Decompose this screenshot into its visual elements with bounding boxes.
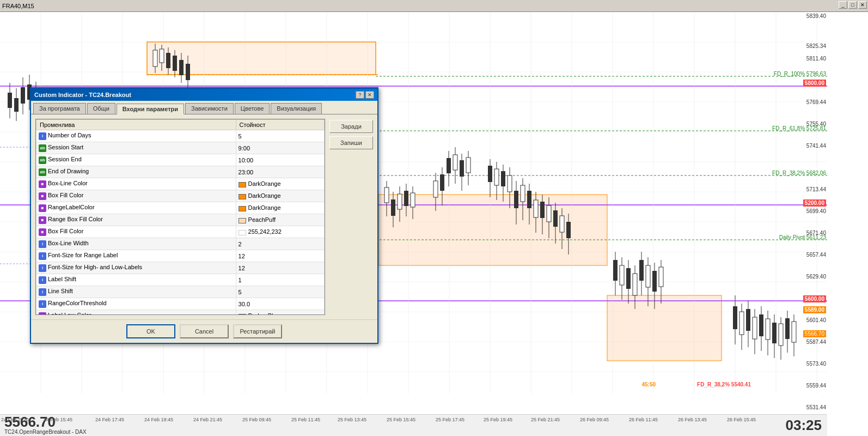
icon-num: i xyxy=(39,264,46,272)
table-row[interactable]: iFont-Size for High- and Low-Labels12 xyxy=(36,262,325,274)
price-5713: 5713.44 xyxy=(806,186,826,192)
svg-rect-90 xyxy=(488,166,492,182)
dialog: Custom Indicator - TC24.Breakout ? ✕ За … xyxy=(30,87,378,344)
params-table: Променлива Стойност iNumber of Days5abSe… xyxy=(36,119,325,315)
tab-visual[interactable]: Визуализация xyxy=(271,103,322,114)
param-value-cell: 255,242,232 xyxy=(236,226,324,238)
ok-button[interactable]: OK xyxy=(126,324,175,338)
svg-rect-62 xyxy=(173,56,177,71)
table-row[interactable]: ■Label Low ColorDodgerBlue xyxy=(36,310,325,316)
param-value: 12 xyxy=(236,262,324,274)
table-row[interactable]: abSession Start9:00 xyxy=(36,142,325,154)
param-name: Label Low Color xyxy=(48,312,91,315)
icon-ab: ab xyxy=(39,156,46,164)
cancel-button[interactable]: Cancel xyxy=(180,324,229,338)
svg-rect-100 xyxy=(521,185,525,202)
price-5573: 5573.40 xyxy=(806,361,826,367)
tab-depends[interactable]: Зависимости xyxy=(185,103,234,114)
svg-rect-120 xyxy=(626,268,631,289)
price-5589-label: 5589.00 xyxy=(803,306,826,313)
svg-rect-50 xyxy=(21,87,25,104)
icon-color: ■ xyxy=(39,192,46,200)
price-5600-label: 5600.00 xyxy=(803,295,826,302)
tab-about[interactable]: За програмата xyxy=(33,103,86,114)
tab-general[interactable]: Общи xyxy=(87,103,115,114)
param-value: 12 xyxy=(236,250,324,262)
price-5587: 5587.44 xyxy=(806,339,826,345)
svg-rect-84 xyxy=(453,155,457,170)
fd-r-label-bottom: FD_R_38,2% 5540.41 xyxy=(697,382,751,387)
params-table-container[interactable]: Променлива Стойност iNumber of Days5abSe… xyxy=(35,119,325,315)
svg-rect-108 xyxy=(547,205,551,222)
svg-rect-110 xyxy=(553,210,558,227)
svg-rect-106 xyxy=(540,202,545,218)
svg-rect-142 xyxy=(766,319,770,340)
table-row[interactable]: iLabel Shift1 xyxy=(36,274,325,286)
color-name: PeachPuff xyxy=(248,216,276,223)
tabs-bar: За програмата Общи Входни параметри Зави… xyxy=(31,101,377,114)
table-row[interactable]: ■RangeLabelColorDarkOrange xyxy=(36,202,325,214)
col-variable: Променлива xyxy=(36,120,236,130)
close-button[interactable]: ✕ xyxy=(858,1,867,9)
tab-colors[interactable]: Цветове xyxy=(235,103,270,114)
save-button[interactable]: Запиши xyxy=(329,136,373,149)
price-5629: 5629.40 xyxy=(806,274,826,280)
price-5671: 5671.40 xyxy=(806,230,826,236)
param-name: Box-Line Width xyxy=(48,240,89,246)
param-name: RangeLabelColor xyxy=(48,204,95,210)
icon-color: ■ xyxy=(39,216,46,224)
title-bar-controls: _ □ ✕ xyxy=(839,1,867,9)
svg-rect-122 xyxy=(633,274,637,295)
dialog-close-button[interactable]: ✕ xyxy=(365,91,374,99)
icon-color: ■ xyxy=(39,228,46,236)
table-row[interactable]: iBox-Line Width2 xyxy=(36,238,325,250)
svg-rect-128 xyxy=(652,271,657,292)
table-row[interactable]: iNumber of Days5 xyxy=(36,130,325,142)
table-row[interactable]: iRangeColorThreshold30.0 xyxy=(36,298,325,310)
param-value-cell: PeachPuff xyxy=(236,214,324,226)
param-value-cell: DodgerBlue xyxy=(236,310,324,316)
table-row[interactable]: abSession End10:00 xyxy=(36,154,325,166)
maximize-button[interactable]: □ xyxy=(848,1,857,9)
table-row[interactable]: ■Range Box Fill ColorPeachPuff xyxy=(36,214,325,226)
param-value: 1 xyxy=(236,274,324,286)
bottom-bar: 5566.70 TC24.OpenRangeBreakout - DAX 03:… xyxy=(0,414,827,436)
table-row[interactable]: abEnd of Drawing23:00 xyxy=(36,166,325,178)
color-name: DarkOrange xyxy=(248,204,281,211)
table-row[interactable]: ■Box Fill Color255,242,232 xyxy=(36,226,325,238)
dialog-title: Custom Indicator - TC24.Breakout xyxy=(34,92,131,98)
param-value: 30.0 xyxy=(236,298,324,310)
param-name: Session Start xyxy=(48,144,83,150)
svg-rect-72 xyxy=(398,194,402,209)
svg-rect-76 xyxy=(411,193,415,207)
time-label-3: 24 Feb 19:45 xyxy=(144,417,173,422)
price-5839: 5839.40 xyxy=(806,13,826,19)
time-axis: 24 Feb 2020 24 Feb 15:45 24 Feb 17:45 24… xyxy=(0,415,827,425)
param-value: 2 xyxy=(236,238,324,250)
time-label-15: 26 Feb 15:45 xyxy=(727,417,756,422)
param-value-cell: DarkOrange xyxy=(236,178,324,190)
icon-num: i xyxy=(39,288,46,296)
param-name-cell: ■Box Fill Color xyxy=(36,226,236,238)
reset-button[interactable]: Заради xyxy=(329,120,373,133)
tab-input[interactable]: Входни параметри xyxy=(117,104,184,114)
time-label-7: 25 Feb 13:45 xyxy=(338,417,366,422)
param-name: Range Box Fill Color xyxy=(48,216,103,222)
svg-rect-68 xyxy=(384,187,389,203)
param-value: 5 xyxy=(236,130,324,142)
param-name: Box-Line Color xyxy=(48,180,88,186)
table-row[interactable]: ■Box-Line ColorDarkOrange xyxy=(36,178,325,190)
minimize-button[interactable]: _ xyxy=(839,1,847,9)
price-5811: 5811.40 xyxy=(806,56,826,62)
restart-button[interactable]: Рестартирай xyxy=(233,324,282,338)
table-row[interactable]: ■Box Fill ColorDarkOrange xyxy=(36,190,325,202)
svg-rect-66 xyxy=(186,64,190,80)
svg-rect-46 xyxy=(8,93,12,108)
time-label-12: 26 Feb 09:45 xyxy=(580,417,609,422)
svg-rect-88 xyxy=(466,158,470,173)
table-row[interactable]: iFont-Size for Range Label12 xyxy=(36,250,325,262)
table-row[interactable]: iLine Shift5 xyxy=(36,286,325,298)
svg-rect-86 xyxy=(460,160,464,177)
icon-num: i xyxy=(39,252,46,260)
dialog-help-button[interactable]: ? xyxy=(356,91,364,99)
